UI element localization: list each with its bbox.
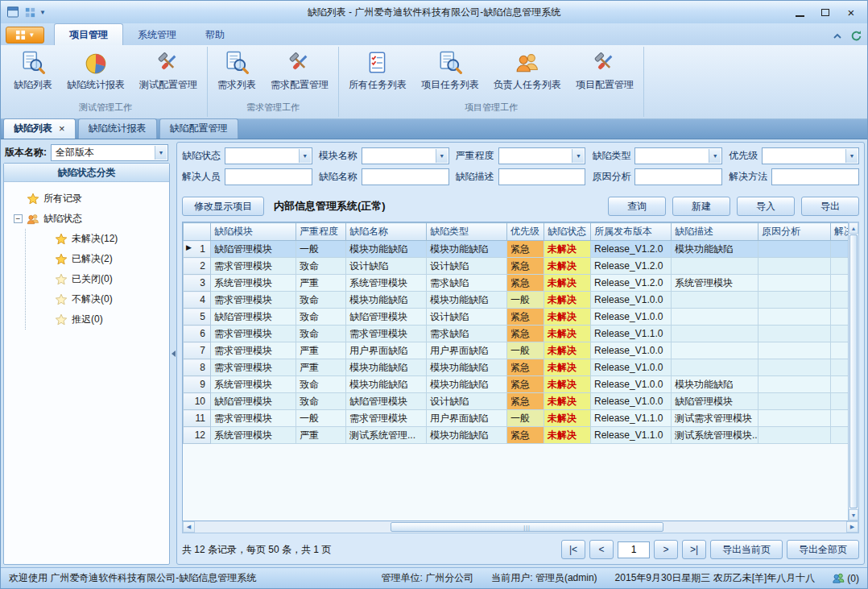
grid-column-header[interactable]: 缺陷状态 bbox=[544, 223, 591, 241]
grid-cell[interactable]: Release_V1.1.0 bbox=[591, 410, 672, 427]
maximize-button[interactable] bbox=[812, 3, 838, 21]
grid-cell[interactable]: 致命 bbox=[296, 309, 346, 326]
grid-cell[interactable]: 未解决 bbox=[544, 258, 591, 275]
grid-cell[interactable]: 需求管理模块 bbox=[346, 410, 427, 427]
combo-arrow-icon[interactable]: ▼ bbox=[572, 149, 584, 163]
collapse-icon[interactable]: − bbox=[14, 214, 23, 223]
grid-cell[interactable]: 致命 bbox=[296, 393, 346, 410]
tree-item[interactable]: 不解决(0) bbox=[27, 289, 166, 309]
grid-cell[interactable]: 紧急 bbox=[507, 359, 544, 376]
scroll-left-icon[interactable]: ◀ bbox=[183, 521, 195, 533]
combo-arrow-icon[interactable]: ▼ bbox=[709, 149, 721, 163]
modify-columns-button[interactable]: 修改显示项目 bbox=[182, 197, 264, 216]
grid-cell[interactable] bbox=[758, 292, 831, 309]
grid-cell[interactable]: 致命 bbox=[296, 258, 346, 275]
grid-column-header[interactable]: 严重程度 bbox=[296, 223, 346, 241]
grid-cell[interactable]: 需求管理模块 bbox=[211, 359, 296, 376]
grid-cell[interactable]: 用户界面缺陷 bbox=[427, 342, 507, 359]
grid-cell[interactable]: 未解决 bbox=[544, 359, 591, 376]
grid-cell[interactable] bbox=[831, 410, 849, 427]
page-number-input[interactable] bbox=[618, 541, 650, 558]
grid-cell[interactable]: 模块功能缺陷 bbox=[346, 359, 427, 376]
grid-cell[interactable] bbox=[831, 342, 849, 359]
grid-cell[interactable] bbox=[831, 309, 849, 326]
grid-cell[interactable]: 未解决 bbox=[544, 275, 591, 292]
grid-row[interactable]: 4需求管理模块致命模块功能缺陷模块功能缺陷一般未解决Release_V1.0.0 bbox=[184, 292, 849, 309]
row-number-cell[interactable]: 7 bbox=[184, 342, 211, 359]
splitter[interactable] bbox=[170, 142, 176, 565]
grid-cell[interactable]: 需求缺陷 bbox=[427, 275, 507, 292]
grid-cell[interactable] bbox=[758, 393, 831, 410]
grid-cell[interactable]: Release_V1.0.0 bbox=[591, 376, 672, 393]
grid-cell[interactable]: 模块功能缺陷 bbox=[427, 292, 507, 309]
row-number-cell[interactable]: 2 bbox=[184, 258, 211, 275]
grid-cell[interactable]: 缺陷管理模块 bbox=[211, 241, 296, 258]
grid-cell[interactable]: 一般 bbox=[296, 410, 346, 427]
filter-combo[interactable]: ▼ bbox=[762, 147, 859, 164]
grid-cell[interactable]: 未解决 bbox=[544, 326, 591, 342]
toolbar-button[interactable]: 新建 bbox=[672, 197, 730, 216]
grid-cell[interactable] bbox=[758, 410, 831, 427]
grid-cell[interactable] bbox=[831, 275, 849, 292]
row-number-cell[interactable]: 8 bbox=[184, 359, 211, 376]
grid-cell[interactable]: Release_V1.2.0 bbox=[591, 241, 672, 258]
grid-cell[interactable]: 需求管理模块 bbox=[211, 410, 296, 427]
grid-cell[interactable]: 测试系统管理模块... bbox=[672, 427, 758, 444]
ribbon-button[interactable]: 项目配置管理 bbox=[568, 47, 641, 93]
grid-row[interactable]: 2需求管理模块致命设计缺陷设计缺陷紧急未解决Release_V1.2.0 bbox=[184, 258, 849, 275]
close-button[interactable]: × bbox=[838, 3, 864, 21]
grid-cell[interactable]: 模块功能缺陷 bbox=[427, 359, 507, 376]
grid-cell[interactable]: Release_V1.0.0 bbox=[591, 393, 672, 410]
grid-cell[interactable] bbox=[672, 342, 758, 359]
grid-cell[interactable]: Release_V1.0.0 bbox=[591, 342, 672, 359]
quick-access-dropdown-icon[interactable]: ▼ bbox=[39, 9, 46, 16]
grid-cell[interactable] bbox=[758, 258, 831, 275]
grid-cell[interactable]: 模块功能缺陷 bbox=[672, 241, 758, 258]
grid-cell[interactable] bbox=[758, 342, 831, 359]
grid-cell[interactable]: 严重 bbox=[296, 427, 346, 444]
close-tab-icon[interactable]: × bbox=[59, 125, 65, 133]
row-number-cell[interactable]: 6 bbox=[184, 326, 211, 342]
scroll-up-icon[interactable]: ▲ bbox=[849, 222, 858, 234]
grid-cell[interactable]: 系统管理模块 bbox=[211, 275, 296, 292]
grid-cell[interactable] bbox=[758, 309, 831, 326]
grid-cell[interactable]: 需求管理模块 bbox=[211, 292, 296, 309]
grid-row[interactable]: ▶1缺陷管理模块一般模块功能缺陷模块功能缺陷紧急未解决Release_V1.2.… bbox=[184, 241, 849, 258]
tree-item[interactable]: 已关闭(0) bbox=[27, 269, 166, 289]
grid-cell[interactable]: 缺陷管理模块 bbox=[211, 393, 296, 410]
grid-cell[interactable]: Release_V1.1.0 bbox=[591, 326, 672, 342]
grid-row[interactable]: 9系统管理模块致命模块功能缺陷模块功能缺陷紧急未解决Release_V1.0.0… bbox=[184, 376, 849, 393]
tree-item[interactable]: 所有记录 bbox=[7, 189, 166, 209]
grid-row[interactable]: 8需求管理模块严重模块功能缺陷模块功能缺陷紧急未解决Release_V1.0.0 bbox=[184, 359, 849, 376]
filter-textbox[interactable] bbox=[771, 168, 859, 185]
filter-combo[interactable]: ▼ bbox=[362, 147, 449, 164]
row-number-cell[interactable]: 4 bbox=[184, 292, 211, 309]
grid-cell[interactable]: 紧急 bbox=[507, 376, 544, 393]
export-current-page-button[interactable]: 导出当前页 bbox=[710, 540, 783, 559]
row-number-cell[interactable]: 12 bbox=[184, 427, 211, 444]
last-page-button[interactable]: >| bbox=[682, 540, 706, 559]
combo-arrow-icon[interactable]: ▼ bbox=[436, 149, 448, 163]
grid-row[interactable]: 3系统管理模块严重系统管理模块需求缺陷紧急未解决Release_V1.2.0系统… bbox=[184, 275, 849, 292]
grid-cell[interactable]: 严重 bbox=[296, 359, 346, 376]
grid-cell[interactable] bbox=[672, 258, 758, 275]
grid-cell[interactable]: 一般 bbox=[507, 342, 544, 359]
grid-cell[interactable]: 一般 bbox=[507, 410, 544, 427]
document-tab[interactable]: 缺陷配置管理 bbox=[159, 118, 238, 139]
grid-cell[interactable]: 未解决 bbox=[544, 342, 591, 359]
grid-cell[interactable]: 系统管理模块 bbox=[346, 275, 427, 292]
ribbon-tab[interactable]: 项目管理 bbox=[54, 23, 123, 45]
grid-cell[interactable] bbox=[831, 241, 849, 258]
ribbon-button[interactable]: 缺陷列表 bbox=[6, 47, 60, 93]
grid-cell[interactable]: 需求管理模块 bbox=[211, 342, 296, 359]
grid-cell[interactable] bbox=[758, 376, 831, 393]
grid-cell[interactable]: 未解决 bbox=[544, 427, 591, 444]
grid-cell[interactable]: 系统管理模块 bbox=[211, 427, 296, 444]
grid-column-header[interactable]: 原因分析 bbox=[758, 223, 831, 241]
grid-cell[interactable]: Release_V1.0.0 bbox=[591, 359, 672, 376]
grid-cell[interactable] bbox=[831, 292, 849, 309]
grid-cell[interactable] bbox=[831, 376, 849, 393]
horizontal-scroll-thumb[interactable]: ||| bbox=[391, 522, 664, 532]
grid-cell[interactable]: 需求缺陷 bbox=[427, 326, 507, 342]
quick-access-grid-icon[interactable] bbox=[24, 6, 36, 19]
